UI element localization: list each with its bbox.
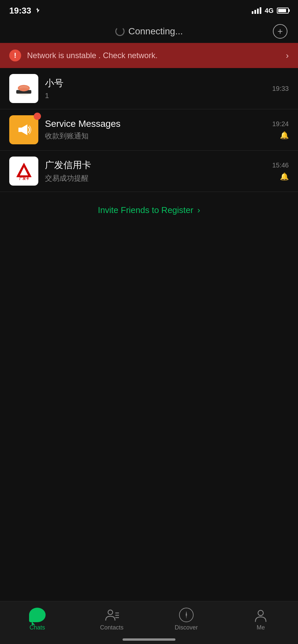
- tab-me[interactable]: Me: [224, 604, 298, 631]
- signal-label: 4G: [265, 7, 274, 15]
- tab-contacts-label: Contacts: [100, 624, 124, 631]
- chat-name-xiaohao: 小号: [45, 77, 266, 89]
- invite-friends-text: Invite Friends to Register: [98, 205, 193, 215]
- location-icon: [34, 7, 41, 14]
- megaphone-icon: [15, 121, 33, 139]
- chat-list-container: 小号 1 19:33: [0, 68, 298, 192]
- tab-chats-label: Chats: [29, 624, 45, 631]
- unread-badge-service: [34, 113, 41, 120]
- tab-discover-label: Discover: [175, 624, 198, 631]
- status-bar: 19:33 4G: [0, 0, 298, 20]
- chat-item-guangfa[interactable]: 广发卡 广发信用卡 交易成功提醒 15:46 🔔: [0, 151, 298, 192]
- status-right: 4G: [252, 7, 289, 15]
- chat-info-xiaohao: 小号 1: [45, 77, 266, 100]
- chat-preview-service: 收款到账通知: [45, 131, 266, 141]
- home-indicator: [123, 638, 175, 641]
- chat-preview-guangfa: 交易成功提醒: [45, 173, 266, 183]
- avatar-service: [9, 115, 38, 144]
- chat-info-service: Service Messages 收款到账通知: [45, 119, 266, 141]
- network-banner[interactable]: ! Network is unstable . Check network. ›: [0, 43, 298, 68]
- avatar-wrap-xiaohao: [9, 74, 38, 103]
- discover-icon: [179, 608, 194, 622]
- avatar-guangfa: 广发卡: [9, 157, 38, 186]
- avatar-wrap-service: [9, 115, 38, 144]
- chat-name-guangfa: 广发信用卡: [45, 159, 266, 171]
- tab-bar: Chats Contacts Discover: [0, 601, 298, 644]
- chat-meta-guangfa: 15:46 🔔: [272, 161, 289, 181]
- tab-discover[interactable]: Discover: [149, 604, 224, 631]
- invite-chevron-icon: ›: [197, 205, 200, 215]
- chat-time-xiaohao: 19:33: [272, 85, 289, 92]
- network-chevron-icon: ›: [286, 51, 289, 61]
- chat-meta-xiaohao: 19:33: [272, 85, 289, 92]
- tab-me-label: Me: [257, 624, 265, 631]
- svg-point-12: [186, 614, 187, 616]
- chat-name-service: Service Messages: [45, 119, 266, 129]
- network-warning-icon: !: [9, 50, 21, 61]
- signal-bars: [252, 7, 261, 14]
- svg-text:广发卡: 广发卡: [19, 176, 29, 180]
- chat-meta-service: 19:24 🔔: [272, 120, 289, 140]
- chat-item-service-messages[interactable]: Service Messages 收款到账通知 19:24 🔔: [0, 109, 298, 151]
- connecting-spinner: [115, 27, 125, 36]
- chat-preview-xiaohao: 1: [45, 91, 266, 100]
- battery-icon: [277, 8, 289, 14]
- chat-list: 小号 1 19:33: [0, 68, 298, 275]
- chat-info-guangfa: 广发信用卡 交易成功提醒: [45, 159, 266, 183]
- me-icon: [253, 608, 268, 622]
- nav-bar: Connecting... +: [0, 20, 298, 43]
- avatar-xiaohao: [9, 74, 38, 103]
- status-time: 19:33: [9, 6, 41, 16]
- network-warning-text: Network is unstable . Check network.: [27, 51, 280, 60]
- tab-contacts[interactable]: Contacts: [75, 604, 149, 631]
- add-chat-button[interactable]: +: [273, 24, 287, 39]
- nav-title: Connecting...: [115, 26, 183, 37]
- chat-item-xiaohao[interactable]: 小号 1 19:33: [0, 68, 298, 109]
- sushi-icon: [14, 79, 34, 98]
- svg-point-6: [108, 610, 113, 615]
- contacts-icon: [104, 608, 119, 622]
- chat-time-service: 19:24: [272, 120, 289, 128]
- tab-chats[interactable]: Chats: [0, 604, 75, 631]
- avatar-wrap-guangfa: 广发卡: [9, 157, 38, 186]
- invite-friends-link[interactable]: Invite Friends to Register ›: [0, 192, 298, 229]
- mute-icon-service: 🔔: [280, 131, 289, 140]
- svg-point-13: [258, 610, 263, 616]
- chats-icon: [29, 608, 46, 622]
- chat-time-guangfa: 15:46: [272, 161, 289, 169]
- guangfa-logo-icon: 广发卡: [13, 162, 35, 180]
- mute-icon-guangfa: 🔔: [280, 172, 289, 181]
